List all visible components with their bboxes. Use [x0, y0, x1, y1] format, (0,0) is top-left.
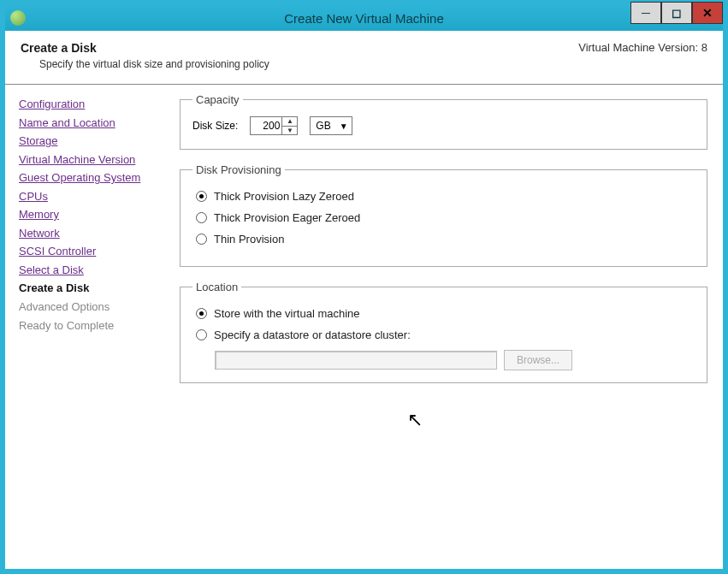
titlebar: Create New Virtual Machine ─ ◻ ✕: [5, 5, 723, 31]
location-option[interactable]: Store with the virtual machine: [196, 307, 695, 320]
provisioning-option-label: Thin Provision: [214, 233, 284, 246]
radio-button[interactable]: [196, 191, 207, 202]
disk-size-label: Disk Size:: [192, 120, 238, 132]
wizard-header: Create a Disk Specify the virtual disk s…: [5, 31, 723, 85]
disk-size-up-icon[interactable]: ▲: [282, 117, 297, 127]
page-subtitle: Specify the virtual disk size and provis…: [39, 58, 269, 70]
disk-size-down-icon[interactable]: ▼: [282, 127, 297, 135]
browse-button: Browse...: [504, 350, 572, 370]
sidebar-item-ready-to-complete: Ready to Complete: [19, 318, 169, 334]
wizard-main-panel: Capacity Disk Size: ▲ ▼ GB ▼: [176, 85, 723, 568]
disk-provisioning-group: Disk Provisioning Thick Provision Lazy Z…: [180, 163, 707, 267]
provisioning-option[interactable]: Thin Provision: [196, 233, 695, 246]
sidebar-item-name-and-location[interactable]: Name and Location: [19, 115, 169, 131]
radio-button[interactable]: [196, 329, 207, 340]
sidebar-item-create-a-disk[interactable]: Create a Disk: [19, 281, 169, 296]
radio-button[interactable]: [196, 212, 207, 223]
vsphere-icon: [10, 10, 26, 26]
wizard-window: Create New Virtual Machine ─ ◻ ✕ Create …: [0, 0, 728, 574]
location-option[interactable]: Specify a datastore or datastore cluster…: [196, 328, 695, 341]
window-title: Create New Virtual Machine: [284, 11, 443, 26]
sidebar-item-storage[interactable]: Storage: [19, 133, 169, 149]
window-controls: ─ ◻ ✕: [630, 2, 723, 24]
sidebar-item-virtual-machine-version[interactable]: Virtual Machine Version: [19, 152, 169, 168]
sidebar-item-scsi-controller[interactable]: SCSI Controller: [19, 244, 169, 259]
disk-size-unit-select[interactable]: GB ▼: [310, 116, 352, 135]
close-button[interactable]: ✕: [692, 2, 723, 24]
provisioning-option[interactable]: Thick Provision Lazy Zeroed: [196, 190, 695, 203]
location-legend: Location: [192, 281, 241, 293]
disk-provisioning-legend: Disk Provisioning: [192, 163, 285, 176]
sidebar-item-guest-operating-system[interactable]: Guest Operating System: [19, 170, 169, 186]
sidebar-item-configuration[interactable]: Configuration: [19, 97, 169, 112]
datastore-path-input: [215, 351, 497, 370]
sidebar-item-advanced-options: Advanced Options: [19, 299, 169, 315]
disk-size-unit-value: GB: [316, 120, 330, 132]
sidebar-item-network[interactable]: Network: [19, 226, 169, 241]
disk-size-input[interactable]: [251, 117, 281, 134]
sidebar-item-memory[interactable]: Memory: [19, 207, 169, 222]
location-option-label: Specify a datastore or datastore cluster…: [214, 328, 411, 341]
capacity-legend: Capacity: [192, 93, 243, 106]
radio-button[interactable]: [196, 234, 207, 245]
sidebar-item-cpus[interactable]: CPUs: [19, 189, 169, 204]
radio-button[interactable]: [196, 308, 207, 319]
maximize-button[interactable]: ◻: [661, 2, 692, 24]
vm-version-label: Virtual Machine Version: 8: [578, 41, 707, 70]
location-option-label: Store with the virtual machine: [214, 307, 360, 320]
provisioning-option[interactable]: Thick Provision Eager Zeroed: [196, 211, 695, 224]
capacity-group: Capacity Disk Size: ▲ ▼ GB ▼: [180, 93, 707, 150]
wizard-steps-sidebar: ConfigurationName and LocationStorageVir…: [5, 85, 176, 568]
minimize-button[interactable]: ─: [630, 2, 661, 24]
provisioning-option-label: Thick Provision Eager Zeroed: [214, 211, 360, 224]
location-group: Location Store with the virtual machineS…: [180, 281, 707, 383]
provisioning-option-label: Thick Provision Lazy Zeroed: [214, 190, 354, 203]
disk-size-stepper[interactable]: ▲ ▼: [250, 116, 298, 135]
sidebar-item-select-a-disk[interactable]: Select a Disk: [19, 263, 169, 278]
page-title: Create a Disk: [21, 41, 269, 55]
chevron-down-icon: ▼: [340, 121, 348, 131]
